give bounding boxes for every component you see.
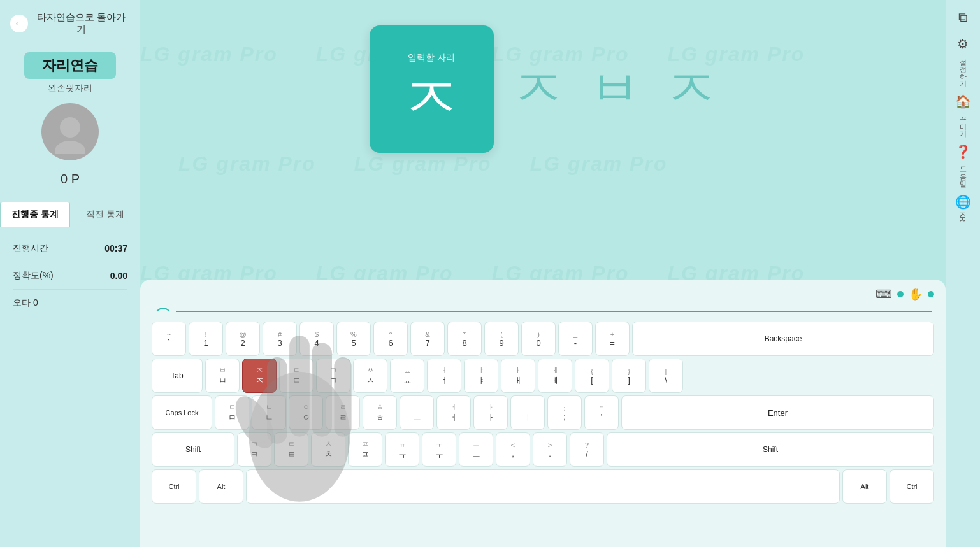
key-enter[interactable]: Enter xyxy=(621,395,934,430)
key-b[interactable]: ㅠㅠ xyxy=(385,432,419,467)
key-k[interactable]: ㅏㅏ xyxy=(473,395,508,430)
key-ctrl-right[interactable]: Ctrl xyxy=(890,469,934,504)
keyboard-row-1: Tab ㅂㅂ ㅈㅈ ㄷㄷ ㄱㄱ ㅆㅅ ㅛㅛ ㅕㅕ ㅑㅑ ㅒㅐ ㅖㅔ {[ }] … xyxy=(152,359,934,393)
keyboard-icon: ⌨ xyxy=(876,287,892,301)
back-button[interactable]: ← 타자연습으로 돌아가기 xyxy=(0,0,140,47)
key-m[interactable]: ㅡㅡ xyxy=(459,432,493,467)
key-v[interactable]: ㅍㅍ xyxy=(348,432,382,467)
key-d[interactable]: ㅇㅇ xyxy=(289,395,323,430)
key-comma[interactable]: <, xyxy=(496,432,530,467)
key-q[interactable]: ㅂㅂ xyxy=(205,359,240,393)
stat-time-value: 00:37 xyxy=(104,243,127,253)
language-icon: 🌐 xyxy=(955,194,971,210)
char-display-area: 입력할 자리 ㅈ ㅈ ㅂ ㅈ xyxy=(140,25,946,153)
right-icon-settings[interactable]: ⚙ 설정하기 xyxy=(957,36,969,82)
home-label: 꾸미기 xyxy=(958,111,968,132)
key-u[interactable]: ㅕㅕ xyxy=(427,359,461,393)
keyboard-row-3: Shift ㅋㅋ ㅌㅌ ㅊㅊ ㅍㅍ ㅠㅠ ㅜㅜ ㅡㅡ <, >. ?/ Shif… xyxy=(152,432,934,467)
lesson-subtitle: 왼손윗자리 xyxy=(48,83,92,94)
window-icon: ⧉ xyxy=(958,10,967,25)
key-c[interactable]: ㅊㅊ xyxy=(311,432,345,467)
next-char-2: ㅂ xyxy=(589,55,640,124)
language-label: KR xyxy=(959,212,967,222)
key-t[interactable]: ㅆㅅ xyxy=(353,359,387,393)
key-f[interactable]: ㄹㄹ xyxy=(326,395,360,430)
key-shift-right[interactable]: Shift xyxy=(607,432,934,467)
key-w[interactable]: ㅈㅈ xyxy=(242,359,277,393)
stats-tabs: 진행중 통계 직전 통계 xyxy=(0,202,140,227)
key-0[interactable]: )0 xyxy=(521,322,556,356)
key-semicolon[interactable]: :; xyxy=(547,395,582,430)
help-label: 도움말 xyxy=(958,162,968,183)
main-area: LG gram Pro LG gram Pro LG gram Pro LG g… xyxy=(140,0,946,547)
key-bracket-l[interactable]: {[ xyxy=(575,359,609,393)
char-card-label: 입력할 자리 xyxy=(408,52,455,64)
key-backslash[interactable]: |\ xyxy=(649,359,683,393)
current-char: ㅈ xyxy=(403,69,460,126)
key-p[interactable]: ㅖㅔ xyxy=(538,359,572,393)
score-display: 0 P xyxy=(61,172,80,187)
keyboard-row-4: Ctrl Alt Alt Ctrl xyxy=(152,469,934,504)
key-period[interactable]: >. xyxy=(533,432,567,467)
key-e[interactable]: ㄷㄷ xyxy=(279,359,313,393)
right-icon-language[interactable]: 🌐 KR xyxy=(955,194,971,222)
key-8[interactable]: *8 xyxy=(447,322,482,356)
back-arrow-icon: ← xyxy=(10,15,28,32)
settings-label: 설정하기 xyxy=(958,54,968,82)
key-5[interactable]: %5 xyxy=(336,322,371,356)
key-6[interactable]: ^6 xyxy=(373,322,408,356)
stat-accuracy: 정확도(%) 0.00 xyxy=(13,262,127,290)
key-o[interactable]: ㅒㅐ xyxy=(501,359,535,393)
key-g[interactable]: ㅎㅎ xyxy=(363,395,397,430)
tab-prev-stats[interactable]: 직전 통계 xyxy=(70,202,140,227)
key-y[interactable]: ㅛㅛ xyxy=(390,359,424,393)
key-tab[interactable]: Tab xyxy=(152,359,203,393)
key-space[interactable] xyxy=(246,469,840,504)
key-bracket-r[interactable]: }] xyxy=(612,359,646,393)
key-l[interactable]: ㅣㅣ xyxy=(510,395,545,430)
input-line xyxy=(152,305,934,322)
key-backspace[interactable]: Backspace xyxy=(632,322,934,356)
tab-current-stats[interactable]: 진행중 통계 xyxy=(0,202,70,227)
key-x[interactable]: ㅌㅌ xyxy=(274,432,308,467)
key-s[interactable]: ㄴㄴ xyxy=(252,395,286,430)
key-2[interactable]: @2 xyxy=(226,322,260,356)
key-backtick[interactable]: ~` xyxy=(152,322,186,356)
key-z[interactable]: ㅋㅋ xyxy=(237,432,271,467)
svg-point-0 xyxy=(60,117,80,138)
stat-accuracy-label: 정확도(%) xyxy=(13,270,54,281)
key-n[interactable]: ㅜㅜ xyxy=(422,432,456,467)
next-chars: ㅈ ㅂ ㅈ xyxy=(513,55,717,124)
key-minus[interactable]: _- xyxy=(558,322,593,356)
right-sidebar: ⧉ ⚙ 설정하기 🏠 꾸미기 ❓ 도움말 🌐 KR xyxy=(946,0,980,547)
key-alt-right[interactable]: Alt xyxy=(842,469,887,504)
stat-errors-label: 오타 0 xyxy=(13,297,38,309)
stat-time: 진행시간 00:37 xyxy=(13,235,127,262)
right-icon-window[interactable]: ⧉ xyxy=(958,10,967,25)
key-j[interactable]: ㅓㅓ xyxy=(436,395,471,430)
key-a[interactable]: ㅁㅁ xyxy=(215,395,249,430)
key-r[interactable]: ㄱㄱ xyxy=(316,359,350,393)
keyboard-area: ⌨ ✋ xyxy=(140,280,946,547)
key-i[interactable]: ㅑㅑ xyxy=(464,359,498,393)
key-3[interactable]: #3 xyxy=(263,322,297,356)
keyboard-row-0: ~` !1 @2 #3 $4 %5 ^6 &7 *8 (9 )0 _- += B… xyxy=(152,322,934,356)
right-icon-help[interactable]: ❓ 도움말 xyxy=(955,144,971,183)
key-7[interactable]: &7 xyxy=(410,322,445,356)
key-quote[interactable]: "' xyxy=(584,395,619,430)
key-1[interactable]: !1 xyxy=(189,322,223,356)
right-icon-home[interactable]: 🏠 꾸미기 xyxy=(955,94,971,132)
key-slash[interactable]: ?/ xyxy=(570,432,604,467)
key-alt-left[interactable]: Alt xyxy=(199,469,243,504)
key-ctrl-left[interactable]: Ctrl xyxy=(152,469,196,504)
keyboard-rows: ~` !1 @2 #3 $4 %5 ^6 &7 *8 (9 )0 _- += B… xyxy=(152,322,934,504)
key-capslock[interactable]: Caps Lock xyxy=(152,395,212,430)
key-4[interactable]: $4 xyxy=(299,322,334,356)
back-button-label: 타자연습으로 돌아가기 xyxy=(33,11,130,36)
keyboard-toolbar: ⌨ ✋ xyxy=(152,287,934,301)
key-9[interactable]: (9 xyxy=(484,322,519,356)
svg-point-1 xyxy=(55,141,85,154)
key-shift-left[interactable]: Shift xyxy=(152,432,234,467)
key-h[interactable]: ㅗㅗ xyxy=(400,395,434,430)
key-equals[interactable]: += xyxy=(595,322,630,356)
